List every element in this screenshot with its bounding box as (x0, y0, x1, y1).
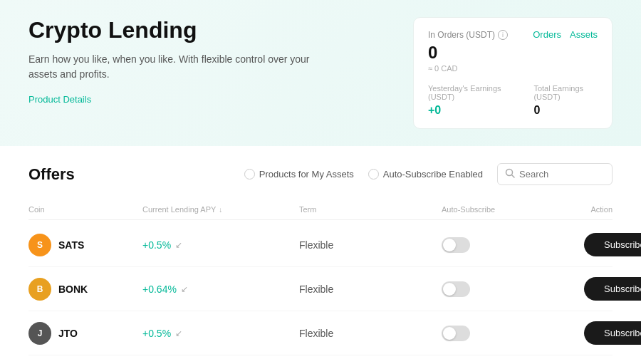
table-row: B BONK +0.64% ↙ Flexible Subscribe (28, 267, 613, 311)
table-row: J JTO +0.5% ↙ Flexible Subscribe (28, 311, 613, 355)
coin-cell: B BONK (28, 278, 142, 301)
radio-my-assets (244, 169, 255, 180)
stats-top-row: In Orders (USDT) i Orders Assets (428, 29, 598, 40)
total-label: Total Earnings (USDT) (533, 84, 598, 101)
page-title: Crypto Lending (28, 17, 385, 43)
info-icon[interactable]: i (498, 30, 508, 40)
action-cell: Subscribe (584, 277, 641, 301)
col-coin: Coin (28, 205, 142, 214)
auto-subscribe-toggle[interactable] (442, 281, 470, 297)
top-links: Orders Assets (533, 29, 598, 40)
subscribe-button[interactable]: Subscribe (584, 233, 641, 256)
table-header: Coin Current Lending APY ↓ Term Auto-Sub… (28, 199, 613, 220)
svg-line-1 (512, 175, 515, 178)
subscribe-button[interactable]: Subscribe (584, 277, 641, 301)
offers-title: Offers (28, 165, 75, 184)
coin-name: BONK (58, 284, 88, 295)
in-orders-label: In Orders (USDT) i (428, 30, 508, 40)
yesterday-value: +0 (428, 104, 511, 117)
stats-card: In Orders (USDT) i Orders Assets 0 ≈ 0 C… (413, 17, 613, 129)
top-left: Crypto Lending Earn how you like, when y… (28, 17, 385, 129)
filter-auto-subscribe-label: Auto-Subscribe Enabled (383, 169, 483, 180)
toggle-container (442, 281, 584, 297)
term-cell: Flexible (299, 284, 442, 295)
toggle-knob (443, 283, 456, 296)
total-value: 0 (533, 104, 598, 117)
orders-link[interactable]: Orders (533, 29, 561, 40)
term-cell: Flexible (299, 328, 442, 339)
table-row: U USTC +0.5% ↙ Flexible Subscribe (28, 355, 613, 364)
chart-icon: ↙ (175, 328, 182, 338)
earnings-row: Yesterday's Earnings (USDT) +0 Total Ear… (428, 84, 598, 117)
filter-my-assets-label: Products for My Assets (259, 169, 354, 180)
apy-cell: +0.5% ↙ (142, 239, 299, 251)
col-apy: Current Lending APY ↓ (142, 205, 299, 214)
apy-cell: +0.5% ↙ (142, 328, 299, 339)
col-term: Term (299, 205, 442, 214)
table-row: S SATS +0.5% ↙ Flexible Subscribe (28, 223, 613, 267)
offers-section: Offers Products for My Assets Auto-Subsc… (0, 146, 641, 364)
in-orders-value: 0 (428, 43, 598, 63)
radio-auto-subscribe (368, 169, 379, 180)
filter-my-assets[interactable]: Products for My Assets (244, 169, 354, 180)
subscribe-button[interactable]: Subscribe (584, 321, 641, 345)
coin-name: SATS (58, 239, 84, 251)
coin-cell: S SATS (28, 234, 142, 256)
term-cell: Flexible (299, 239, 442, 251)
chart-icon: ↙ (175, 240, 182, 250)
toggle-container (442, 326, 584, 341)
toggle-knob (443, 239, 456, 251)
sort-icon[interactable]: ↓ (219, 206, 222, 214)
coin-name: JTO (58, 328, 78, 339)
coin-cell: J JTO (28, 322, 142, 345)
action-cell: Subscribe (584, 321, 641, 345)
coin-icon: S (28, 234, 51, 256)
col-auto-subscribe: Auto-Subscribe (442, 205, 584, 214)
product-details-link[interactable]: Product Details (28, 94, 91, 105)
search-box (497, 163, 613, 185)
auto-subscribe-toggle[interactable] (442, 326, 470, 341)
table-body: S SATS +0.5% ↙ Flexible Subscribe B BONK… (28, 223, 613, 364)
apy-value: +0.5% (142, 328, 171, 339)
coin-icon: B (28, 278, 51, 301)
toggle-container (442, 237, 584, 253)
yesterday-label: Yesterday's Earnings (USDT) (428, 84, 511, 101)
search-icon (505, 168, 515, 180)
yesterday-earnings: Yesterday's Earnings (USDT) +0 (428, 84, 511, 117)
apy-value: +0.5% (142, 239, 171, 251)
in-orders-sub: ≈ 0 CAD (428, 64, 598, 73)
search-input[interactable] (519, 169, 605, 180)
apy-cell: +0.64% ↙ (142, 284, 299, 295)
auto-subscribe-toggle[interactable] (442, 237, 470, 253)
offers-header: Offers Products for My Assets Auto-Subsc… (28, 163, 613, 185)
toggle-knob (443, 327, 456, 340)
page-subtitle: Earn how you like, when you like. With f… (28, 52, 328, 82)
action-cell: Subscribe (584, 233, 641, 256)
chart-icon: ↙ (181, 284, 188, 294)
assets-link[interactable]: Assets (570, 29, 598, 40)
coin-icon: J (28, 322, 51, 345)
total-earnings: Total Earnings (USDT) 0 (533, 84, 598, 117)
col-action: Action (584, 205, 613, 214)
apy-value: +0.64% (142, 284, 177, 295)
filter-auto-subscribe[interactable]: Auto-Subscribe Enabled (368, 169, 483, 180)
top-section: Crypto Lending Earn how you like, when y… (0, 0, 641, 146)
